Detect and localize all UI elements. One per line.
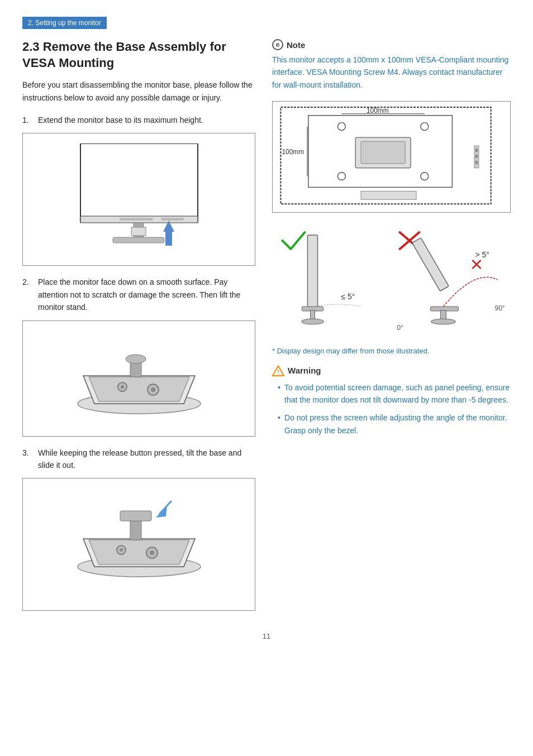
tilt-svg: ≤ 5° (272, 224, 511, 336)
svg-rect-42 (475, 149, 478, 152)
svg-rect-5 (113, 237, 164, 243)
section-title: 2.3 Remove the Base Assembly for VESA Mo… (22, 39, 255, 71)
note-text: This monitor accepts a 100mm x 100mm VES… (272, 54, 511, 91)
display-note: * Display design may differ from those i… (272, 346, 511, 357)
svg-text:!: ! (277, 369, 279, 375)
svg-point-36 (421, 123, 429, 131)
page-number: 11 (22, 632, 511, 640)
svg-point-37 (337, 173, 345, 180)
svg-marker-20 (89, 540, 189, 564)
svg-rect-47 (308, 235, 318, 308)
step-2-diagram (22, 320, 255, 437)
svg-point-26 (120, 548, 123, 552)
svg-rect-44 (475, 161, 478, 164)
warning-item-1: To avoid potential screen damage, such a… (278, 381, 511, 406)
svg-point-17 (151, 387, 155, 392)
note-header: e Note (272, 39, 511, 50)
svg-text:100mm: 100mm (282, 148, 304, 156)
step-3-text: While keeping the release button pressed… (38, 447, 255, 472)
svg-point-15 (121, 385, 124, 389)
warning-box: ! Warning To avoid potential screen dama… (272, 365, 511, 437)
svg-rect-22 (120, 511, 151, 521)
svg-rect-21 (130, 519, 141, 540)
monitor-step2-svg (72, 331, 206, 426)
page: 2. Setting up the monitor 2.3 Remove the… (0, 0, 533, 756)
step-1-num: 1. (22, 114, 34, 126)
svg-rect-40 (361, 141, 405, 164)
step-2-text: Place the monitor face down on a smooth … (38, 276, 255, 313)
svg-point-50 (302, 319, 324, 324)
note-icon: e (272, 39, 283, 50)
svg-point-35 (337, 123, 345, 131)
step-1-text: Extend the monitor base to its maximum h… (38, 114, 203, 126)
svg-text:100mm: 100mm (367, 107, 389, 114)
svg-point-13 (126, 355, 146, 363)
svg-text:> 5°: > 5° (475, 250, 489, 259)
monitor-step1-svg (75, 143, 203, 255)
tilt-diagram: ≤ 5° (272, 224, 511, 336)
svg-marker-11 (89, 377, 189, 401)
right-column: e Note This monitor accepts a 100mm x 10… (272, 39, 511, 447)
monitor-step3-svg (72, 489, 206, 600)
breadcrumb: 2. Setting up the monitor (22, 17, 107, 29)
intro-text: Before you start disassembling the monit… (22, 79, 255, 104)
step-1-diagram (22, 133, 255, 266)
warning-icon: ! (272, 365, 284, 377)
svg-point-38 (421, 173, 429, 180)
svg-rect-0 (80, 143, 198, 222)
note-box: e Note This monitor accepts a 100mm x 10… (272, 39, 511, 91)
svg-point-28 (150, 551, 154, 555)
step-2: 2. Place the monitor face down on a smoo… (22, 276, 255, 313)
warning-label: Warning (288, 366, 321, 375)
svg-text:0°: 0° (397, 324, 404, 332)
vesa-diagram: 100mm 100mm (272, 101, 511, 213)
svg-rect-3 (161, 218, 184, 221)
step-3-diagram (22, 478, 255, 611)
left-column: 2.3 Remove the Base Assembly for VESA Mo… (22, 39, 255, 621)
warning-item-2: Do not press the screen while adjusting … (278, 412, 511, 437)
main-content: 2.3 Remove the Base Assembly for VESA Mo… (22, 39, 511, 621)
svg-rect-43 (475, 155, 478, 158)
step-2-num: 2. (22, 276, 34, 313)
svg-rect-2 (120, 218, 153, 221)
svg-text:≤ 5°: ≤ 5° (341, 292, 355, 301)
step-3: 3. While keeping the release button pres… (22, 447, 255, 472)
warning-list: To avoid potential screen damage, such a… (272, 381, 511, 437)
svg-point-58 (431, 319, 456, 324)
svg-text:90°: 90° (495, 304, 505, 312)
svg-rect-45 (361, 192, 416, 200)
step-1: 1. Extend the monitor base to its maximu… (22, 114, 255, 126)
vesa-svg: 100mm 100mm (273, 102, 510, 212)
svg-rect-6 (131, 227, 146, 236)
step-3-num: 3. (22, 447, 34, 472)
note-label: Note (287, 40, 305, 50)
warning-header: ! Warning (272, 365, 511, 377)
svg-rect-46 (274, 224, 386, 336)
svg-rect-8 (165, 230, 172, 246)
